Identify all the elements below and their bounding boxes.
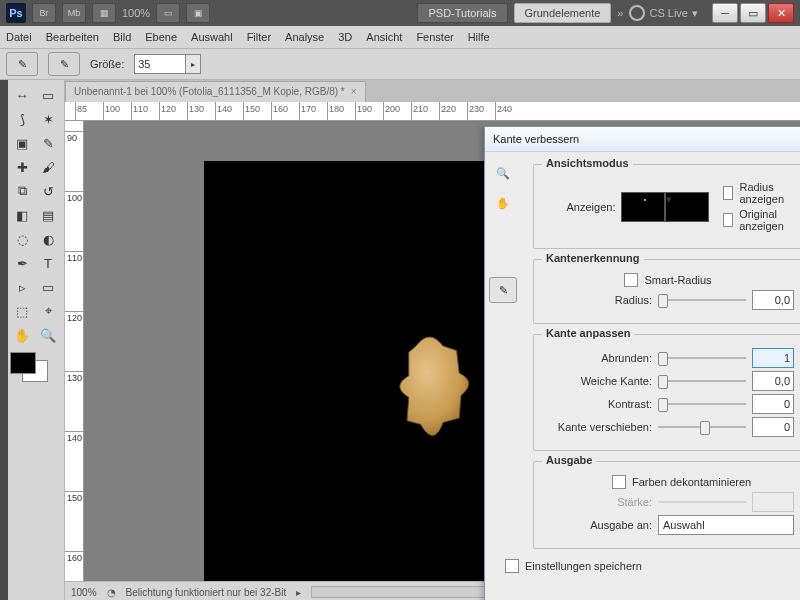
history-brush-tool[interactable]: ↺ (36, 180, 60, 202)
radius-slider[interactable] (658, 293, 746, 307)
move-tool[interactable]: ↔ (10, 84, 34, 106)
document-tabs: Unbenannt-1 bei 100% (Fotolia_6111356_M … (65, 80, 800, 102)
blur-tool[interactable]: ◌ (10, 228, 34, 250)
amount-label: Stärke: (542, 496, 652, 508)
cs-live-button[interactable]: CS Live ▾ (629, 5, 698, 21)
brush-tool[interactable]: 🖌 (36, 156, 60, 178)
wand-tool[interactable]: ✶ (36, 108, 60, 130)
menu-ebene[interactable]: Ebene (145, 31, 177, 43)
toolbox: ↔▭ ⟆✶ ▣✎ ✚🖌 ⧉↺ ◧▤ ◌◐ ✒T ▹▭ ⬚⌖ ✋🔍 (8, 80, 65, 600)
smooth-slider[interactable] (658, 351, 746, 365)
view-preview[interactable] (621, 192, 665, 222)
dialog-titlebar[interactable]: Kante verbessern (485, 127, 800, 152)
workspace-tab-grund[interactable]: Grundelemente (514, 3, 612, 23)
decontaminate-checkbox[interactable] (612, 475, 626, 489)
smooth-value[interactable]: 1 (752, 348, 794, 368)
feather-label: Weiche Kante: (542, 375, 652, 387)
menu-ansicht[interactable]: Ansicht (366, 31, 402, 43)
feather-value[interactable]: 0,0 (752, 371, 794, 391)
remember-settings-checkbox[interactable] (505, 559, 519, 573)
menu-fenster[interactable]: Fenster (416, 31, 453, 43)
color-swatches[interactable] (10, 352, 48, 382)
arrange-button[interactable]: ▭ (156, 3, 180, 23)
group-output-legend: Ausgabe (542, 454, 596, 466)
view-label: Anzeigen: (542, 201, 615, 213)
zoom-tool-icon[interactable]: 🔍 (493, 163, 513, 183)
eyedropper-tool[interactable]: ✎ (36, 132, 60, 154)
workspace-tab-psd[interactable]: PSD-Tutorials (417, 3, 507, 23)
shift-slider[interactable] (658, 420, 746, 434)
decontaminate-label: Farben dekontaminieren (632, 476, 751, 488)
show-radius-checkbox[interactable] (723, 186, 733, 200)
refine-brush-button[interactable]: ✎ (489, 277, 517, 303)
menu-auswahl[interactable]: Auswahl (191, 31, 233, 43)
path-tool[interactable]: ▹ (10, 276, 34, 298)
brush-preset-chip[interactable]: ✎ (48, 52, 80, 76)
mini-bridge-button[interactable]: Mb (62, 3, 86, 23)
window-minimize-button[interactable]: ─ (712, 3, 738, 23)
cs-live-label: CS Live (649, 7, 688, 19)
menu-bild[interactable]: Bild (113, 31, 131, 43)
contrast-value[interactable]: 0 (752, 394, 794, 414)
marquee-tool[interactable]: ▭ (36, 84, 60, 106)
heal-tool[interactable]: ✚ (10, 156, 34, 178)
view-preview-dropdown[interactable]: ▾ (665, 192, 709, 222)
type-tool[interactable]: T (36, 252, 60, 274)
menu-filter[interactable]: Filter (247, 31, 271, 43)
chevron-down-icon: ▾ (692, 7, 698, 20)
brush-size-dropdown[interactable]: ▸ (186, 54, 201, 74)
feather-slider[interactable] (658, 374, 746, 388)
brush-size-input[interactable]: 35 (134, 54, 186, 74)
amount-value (752, 492, 794, 512)
shift-value[interactable]: 0 (752, 417, 794, 437)
menu-3d[interactable]: 3D (338, 31, 352, 43)
show-original-checkbox[interactable] (723, 213, 733, 227)
current-tool-chip[interactable]: ✎ (6, 52, 38, 76)
document-tab[interactable]: Unbenannt-1 bei 100% (Fotolia_6111356_M … (65, 81, 366, 102)
hand-tool-icon[interactable]: ✋ (493, 193, 513, 213)
window-maximize-button[interactable]: ▭ (740, 3, 766, 23)
window-close-button[interactable]: ✕ (768, 3, 794, 23)
camera-tool[interactable]: ⌖ (36, 300, 60, 322)
stamp-tool[interactable]: ⧉ (10, 180, 34, 202)
gradient-tool[interactable]: ▤ (36, 204, 60, 226)
radius-label: Radius: (542, 294, 652, 306)
fg-color-swatch[interactable] (10, 352, 36, 374)
show-radius-label: Radius anzeigen (739, 181, 794, 205)
lasso-tool[interactable]: ⟆ (10, 108, 34, 130)
contrast-label: Kontrast: (542, 398, 652, 410)
group-viewmode-legend: Ansichtsmodus (542, 157, 633, 169)
contrast-slider[interactable] (658, 397, 746, 411)
panel-collapse-strip[interactable] (0, 80, 8, 600)
bridge-button[interactable]: Br (32, 3, 56, 23)
3d-tool[interactable]: ⬚ (10, 300, 34, 322)
menu-analyse[interactable]: Analyse (285, 31, 324, 43)
screen-mode-button[interactable]: ▣ (186, 3, 210, 23)
dodge-tool[interactable]: ◐ (36, 228, 60, 250)
app-topbar: Ps Br Mb ▦ 100% ▭ ▣ PSD-Tutorials Grunde… (0, 0, 800, 26)
status-zoom[interactable]: 100% (71, 587, 97, 598)
ruler-horizontal: 8510011012013014015016017018019020021022… (65, 102, 800, 121)
pen-tool[interactable]: ✒ (10, 252, 34, 274)
status-play-icon[interactable]: ▸ (296, 587, 301, 598)
shape-tool[interactable]: ▭ (36, 276, 60, 298)
smooth-label: Abrunden: (542, 352, 652, 364)
menu-hilfe[interactable]: Hilfe (468, 31, 490, 43)
shift-label: Kante verschieben: (542, 421, 652, 433)
group-edge-detect-legend: Kantenerkennung (542, 252, 644, 264)
radius-value[interactable]: 0,0 (752, 290, 794, 310)
status-message: Belichtung funktioniert nur bei 32-Bit (126, 587, 287, 598)
workspace-more-icon[interactable]: » (617, 7, 623, 19)
crop-tool[interactable]: ▣ (10, 132, 34, 154)
close-tab-icon[interactable]: × (351, 86, 357, 97)
show-original-label: Original anzeigen (739, 208, 794, 232)
view-extras-button[interactable]: ▦ (92, 3, 116, 23)
menu-datei[interactable]: Datei (6, 31, 32, 43)
hand-tool[interactable]: ✋ (10, 324, 34, 346)
output-to-select[interactable]: Auswahl (658, 515, 794, 535)
eraser-tool[interactable]: ◧ (10, 204, 34, 226)
menu-bearbeiten[interactable]: Bearbeiten (46, 31, 99, 43)
zoom-display[interactable]: 100% (122, 7, 150, 19)
smart-radius-checkbox[interactable] (624, 273, 638, 287)
zoom-tool[interactable]: 🔍 (36, 324, 60, 346)
